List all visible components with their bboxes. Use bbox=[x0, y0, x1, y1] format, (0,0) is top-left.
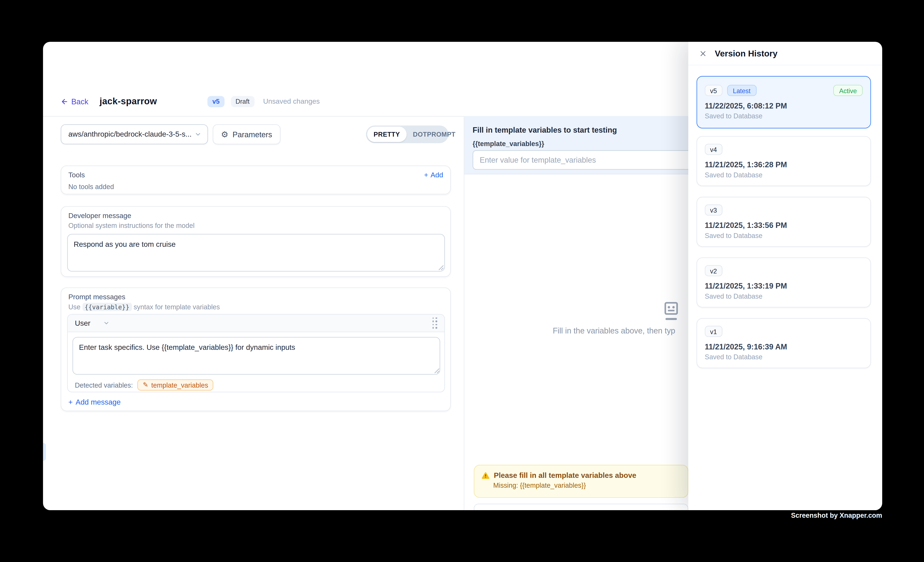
pencil-icon: ✎ bbox=[143, 382, 148, 388]
developer-message-title: Developer message bbox=[69, 212, 132, 220]
version-card[interactable]: v1 11/21/2025, 9:16:39 AM Saved to Datab… bbox=[697, 318, 871, 368]
template-variable-chip[interactable]: ✎ template_variables bbox=[138, 380, 213, 390]
developer-message-card: Developer message Optional system instru… bbox=[61, 206, 451, 277]
version-status: Saved to Database bbox=[705, 293, 862, 300]
version-date: 11/21/2025, 1:33:19 PM bbox=[705, 282, 862, 290]
tools-empty-label: No tools added bbox=[69, 183, 114, 190]
add-tool-button[interactable]: + Add bbox=[424, 171, 443, 179]
warning-title: Please fill in all template variables ab… bbox=[494, 471, 636, 480]
parameters-button[interactable]: ⚙︎ Parameters bbox=[213, 124, 280, 144]
close-icon[interactable] bbox=[698, 49, 708, 58]
prompt-messages-title: Prompt messages bbox=[69, 293, 125, 301]
message-textarea[interactable]: Enter task specifics. Use {{template_var… bbox=[72, 337, 440, 375]
active-badge: Active bbox=[833, 85, 862, 96]
fill-variables-title: Fill in template variables to start test… bbox=[473, 126, 617, 134]
version-history-panel: Version History v5 Latest Active 11/22/2… bbox=[688, 42, 882, 510]
template-variable-label: {{template_variables}} bbox=[473, 140, 544, 147]
warning-row: Please fill in all template variables ab… bbox=[482, 471, 681, 480]
screenshot-stage: Back jack-sparrow v5 Draft Unsaved chang… bbox=[0, 0, 924, 562]
model-select[interactable]: aws/anthropic/bedrock-claude-3-5-s... bbox=[61, 124, 208, 144]
version-number-badge: v4 bbox=[705, 144, 722, 155]
add-message-label: Add message bbox=[76, 398, 120, 407]
latest-badge: Latest bbox=[727, 85, 756, 96]
template-variable-input[interactable] bbox=[473, 150, 726, 170]
watermark: Screenshot by Xnapper.com bbox=[791, 512, 882, 519]
page-title: jack-sparrow bbox=[99, 96, 157, 107]
version-card-chips: v3 bbox=[705, 205, 862, 215]
tools-card: Tools + Add No tools added bbox=[61, 166, 451, 194]
model-select-value: aws/anthropic/bedrock-claude-3-5-s... bbox=[69, 130, 195, 138]
back-label: Back bbox=[71, 97, 88, 106]
format-toggle-dotprompt[interactable]: DOTPROMPT bbox=[406, 127, 462, 142]
version-date: 11/22/2025, 6:08:12 PM bbox=[705, 102, 862, 110]
message-header: User bbox=[68, 315, 444, 332]
detected-variables-row: Detected variables: ✎ template_variables bbox=[75, 380, 213, 390]
warning-icon bbox=[482, 472, 490, 479]
version-history-header: Version History bbox=[688, 42, 882, 65]
version-card[interactable]: v4 11/21/2025, 1:36:28 PM Saved to Datab… bbox=[697, 136, 871, 186]
message-role-value: User bbox=[75, 319, 90, 327]
developer-message-textarea[interactable]: Respond as you are tom cruise bbox=[67, 234, 445, 272]
empty-state-text: Fill in the variables above, then typ bbox=[553, 326, 675, 335]
bot-icon bbox=[664, 302, 679, 321]
template-variable-name: template_variables bbox=[151, 381, 208, 389]
back-arrow-icon bbox=[61, 97, 68, 105]
tools-title: Tools bbox=[69, 171, 85, 179]
version-card-chips: v2 bbox=[705, 265, 862, 276]
page-header: Back jack-sparrow v5 Draft Unsaved chang… bbox=[61, 94, 320, 108]
version-card-chips: v1 bbox=[705, 326, 862, 337]
format-toggle: PRETTY DOTPROMPT bbox=[366, 126, 448, 143]
version-status: Saved to Database bbox=[705, 172, 862, 179]
unsaved-changes-label: Unsaved changes bbox=[263, 97, 320, 105]
chevron-down-icon bbox=[104, 320, 110, 326]
version-date: 11/21/2025, 1:33:56 PM bbox=[705, 221, 862, 230]
warning-missing: Missing: {{template_variables}} bbox=[493, 482, 681, 489]
draft-badge: Draft bbox=[231, 96, 254, 107]
template-warning: Please fill in all template variables ab… bbox=[474, 465, 688, 498]
version-history-title: Version History bbox=[715, 49, 778, 58]
variable-syntax-chip: {{variable}} bbox=[82, 303, 132, 311]
chat-input-partial[interactable] bbox=[474, 504, 688, 510]
plus-icon: + bbox=[69, 398, 73, 407]
message-role-select[interactable]: User bbox=[75, 319, 110, 327]
drag-handle-icon[interactable] bbox=[432, 317, 437, 329]
chevron-down-icon bbox=[195, 131, 202, 138]
gear-icon: ⚙︎ bbox=[221, 130, 228, 138]
edge-pill-decoration bbox=[43, 443, 46, 460]
version-date: 11/21/2025, 9:16:39 AM bbox=[705, 342, 862, 351]
version-card[interactable]: v2 11/21/2025, 1:33:19 PM Saved to Datab… bbox=[697, 257, 871, 308]
version-number-badge: v1 bbox=[705, 326, 722, 337]
syntax-prefix: Use bbox=[69, 303, 80, 311]
detected-variables-label: Detected variables: bbox=[75, 381, 133, 389]
version-number-badge: v2 bbox=[705, 265, 722, 276]
add-message-button[interactable]: + Add message bbox=[69, 398, 121, 407]
version-number-badge: v3 bbox=[705, 205, 722, 215]
version-date: 11/21/2025, 1:36:28 PM bbox=[705, 160, 862, 169]
version-list: v5 Latest Active 11/22/2025, 6:08:12 PM … bbox=[697, 76, 871, 379]
syntax-suffix: syntax for template variables bbox=[134, 303, 220, 311]
app-window: Back jack-sparrow v5 Draft Unsaved chang… bbox=[43, 42, 882, 510]
prompt-messages-subtitle: Use {{variable}} syntax for template var… bbox=[69, 303, 220, 311]
prompt-messages-card: Prompt messages Use {{variable}} syntax … bbox=[61, 287, 451, 411]
version-card-chips: v4 bbox=[705, 144, 862, 155]
version-status: Saved to Database bbox=[705, 353, 862, 360]
version-card[interactable]: v3 11/21/2025, 1:33:56 PM Saved to Datab… bbox=[697, 197, 871, 247]
back-button[interactable]: Back bbox=[61, 97, 88, 106]
version-card[interactable]: v5 Latest Active 11/22/2025, 6:08:12 PM … bbox=[697, 76, 871, 129]
version-number-badge: v5 bbox=[705, 85, 722, 96]
plus-icon: + bbox=[424, 171, 428, 179]
parameters-label: Parameters bbox=[232, 130, 272, 139]
format-toggle-pretty[interactable]: PRETTY bbox=[367, 127, 406, 142]
version-status: Saved to Database bbox=[705, 232, 862, 239]
message-block: User Enter task specifics. Use {{templat… bbox=[67, 314, 445, 392]
version-card-chips: v5 Latest Active bbox=[705, 85, 862, 96]
version-badge: v5 bbox=[208, 96, 224, 107]
version-status: Saved to Database bbox=[705, 112, 862, 120]
developer-message-subtitle: Optional system instructions for the mod… bbox=[69, 222, 195, 229]
add-tool-label: Add bbox=[430, 171, 443, 179]
